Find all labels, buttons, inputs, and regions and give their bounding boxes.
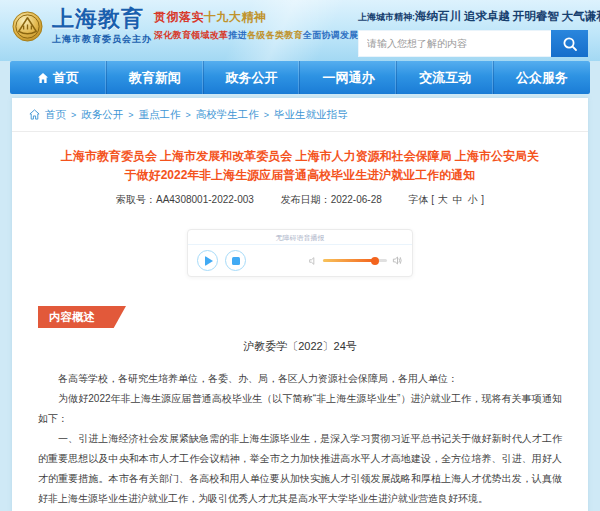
search-bar (358, 30, 588, 57)
nav-item-label: 首页 (53, 69, 79, 87)
volume-low-icon (308, 256, 318, 266)
slogan-line1: 贯彻落实十九大精神 (154, 11, 359, 23)
volume-slider[interactable] (323, 259, 387, 262)
audio-controls (188, 245, 412, 276)
nav-item-interaction[interactable]: 交流互动 (397, 61, 494, 94)
breadcrumb-separator: > (264, 110, 269, 120)
document-title: 上海市教育委员会 上海市发展和改革委员会 上海市人力资源和社会保障局 上海市公安… (56, 147, 544, 185)
header-right: 上海城市精神:海纳百川 追求卓越 开明睿智 大气谦和 (358, 6, 588, 57)
nav-item-label: 交流互动 (419, 69, 471, 87)
breadcrumb-employment-guidance[interactable]: 毕业生就业指导 (274, 108, 348, 122)
main-nav: 首页 教育新闻 政务公开 一网通办 交流互动 公众服务 (10, 61, 590, 94)
breadcrumb-key-work[interactable]: 重点工作 (139, 108, 181, 122)
volume-slider-fill (323, 259, 375, 262)
play-button[interactable] (197, 250, 218, 271)
article: 上海市教育委员会 上海市发展和改革委员会 上海市人力资源和社会保障局 上海市公安… (12, 147, 588, 509)
search-input[interactable] (358, 30, 551, 57)
document-body: 各高等学校，各研究生培养单位，各委、办、局，各区人力资源社会保障局，各用人单位：… (38, 369, 562, 509)
breadcrumb-separator: > (128, 110, 133, 120)
stop-icon (232, 257, 240, 265)
font-size-control: 字体 [ 大 中 小 ] (409, 194, 484, 205)
play-icon (205, 256, 213, 266)
header-slogan: 贯彻落实十九大精神 深化教育领域改革推进各级各类教育全面协调发展 (154, 11, 359, 40)
logo-text: 上海教育 上海市教育委员会主办 (52, 7, 152, 46)
font-size-medium-button[interactable]: 中 (453, 194, 463, 205)
nav-item-label: 教育新闻 (129, 69, 181, 87)
font-size-small-button[interactable]: 小 (467, 194, 477, 205)
breadcrumb-home[interactable]: 首页 (45, 108, 66, 122)
document-number: 沪教委学〔2022〕24号 (38, 339, 562, 354)
nav-item-one-stop[interactable]: 一网通办 (300, 61, 397, 94)
audio-player: 无障碍语音播报 (187, 229, 413, 277)
slogan-line2: 深化教育领域改革推进各级各类教育全面协调发展 (154, 31, 359, 40)
site-host: 上海市教育委员会主办 (52, 33, 152, 46)
search-button[interactable] (551, 30, 588, 57)
audio-player-label: 无障碍语音播报 (188, 230, 412, 245)
nav-item-public-service[interactable]: 公众服务 (494, 61, 590, 94)
breadcrumb-college-student-work[interactable]: 高校学生工作 (196, 108, 259, 122)
breadcrumb-gov-affairs[interactable]: 政务公开 (81, 108, 123, 122)
site-header: 上海教育 上海市教育委员会主办 贯彻落实十九大精神 深化教育领域改革推进各级各类… (0, 0, 600, 61)
volume-high-icon (392, 255, 403, 266)
paragraph: 各高等学校，各研究生培养单位，各委、办、局，各区人力资源社会保障局，各用人单位： (38, 369, 562, 389)
stop-button[interactable] (225, 250, 246, 271)
section-tab-summary: 内容概述 (38, 306, 126, 328)
index-number: 索取号：AA4308001-2022-003 (116, 194, 254, 205)
volume-control (308, 255, 403, 266)
nav-item-label: 公众服务 (516, 69, 568, 87)
content-card: 首页 > 政务公开 > 重点工作 > 高校学生工作 > 毕业生就业指导 上海市教… (12, 98, 588, 511)
page: 上海教育 上海市教育委员会主办 贯彻落实十九大精神 深化教育领域改革推进各级各类… (0, 0, 600, 511)
nav-item-label: 一网通办 (322, 69, 374, 87)
paragraph: 一、引进上海经济社会发展紧缺急需的非上海生源毕业生，是深入学习贯彻习近平总书记关… (38, 429, 562, 509)
breadcrumb: 首页 > 政务公开 > 重点工作 > 高校学生工作 > 毕业生就业指导 (12, 98, 588, 132)
nav-item-news[interactable]: 教育新闻 (107, 61, 204, 94)
volume-slider-thumb[interactable] (371, 257, 379, 265)
site-logo[interactable]: 上海教育 上海市教育委员会主办 (12, 7, 152, 46)
font-size-large-button[interactable]: 大 (438, 194, 448, 205)
city-spirit: 上海城市精神:海纳百川 追求卓越 开明睿智 大气谦和 (358, 6, 588, 24)
search-icon (562, 36, 578, 52)
breadcrumb-separator: > (186, 110, 191, 120)
home-icon (29, 109, 40, 120)
breadcrumb-separator: > (71, 110, 76, 120)
document-meta: 索取号：AA4308001-2022-003 发布日期：2022-06-28 字… (38, 193, 562, 207)
paragraph: 为做好2022年非上海生源应届普通高校毕业生（以下简称“非上海生源毕业生”）进沪… (38, 389, 562, 429)
nav-item-label: 政务公开 (226, 69, 278, 87)
nav-item-home[interactable]: 首页 (10, 61, 107, 94)
home-icon (37, 72, 49, 84)
publish-date: 发布日期：2022-06-28 (281, 194, 382, 205)
nav-item-gov-affairs[interactable]: 政务公开 (204, 61, 301, 94)
font-size-label: 字体 (409, 194, 429, 205)
site-name: 上海教育 (52, 7, 152, 31)
seal-logo-icon (12, 11, 43, 42)
